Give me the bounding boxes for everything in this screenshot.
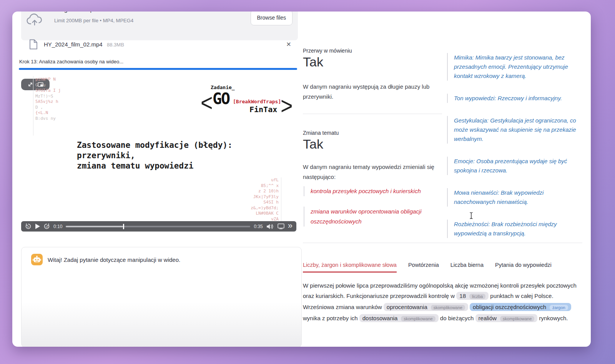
glitch-text-line: {<L.N <box>35 110 61 116</box>
video-glitch-text-left: pihW*P NG ^uSYUIfa I jMzT!)~S5A5vj%z hD … <box>35 77 61 121</box>
play-button[interactable] <box>35 223 40 229</box>
assistant-avatar-icon <box>31 254 43 265</box>
watermark-task-label: Zadanie_ <box>211 84 235 90</box>
progress-bar <box>19 68 297 70</box>
annotated-term: 18liczba <box>456 292 489 300</box>
behavior-note: Ton wypowiedzi: Rzeczowy i informacyjny. <box>447 94 584 103</box>
video-glitch-rule-left <box>33 76 33 136</box>
transcript-text: do bieżących <box>439 315 475 321</box>
video-seek-played <box>66 226 123 227</box>
forward-15-button[interactable]: 15 <box>43 223 50 230</box>
glitch-text-line: 85;^^ x <box>251 183 279 189</box>
annotated-term: realiówskomplikowane <box>475 314 538 322</box>
term-badge: liczba <box>469 294 485 299</box>
section-label-topic-change: Zmiana tematu <box>303 130 339 136</box>
section-divider <box>303 114 442 114</box>
glitch-text-line: pihW*P N <box>35 77 61 83</box>
section-value-pauses: Tak <box>303 55 323 69</box>
annotated-term: obligacji oszczędnościowychżargon <box>470 303 571 311</box>
analysis-tab[interactable]: Powtórzenia <box>408 262 439 273</box>
behavior-notes-list: Mimika: Mimika twarzy jest stonowana, be… <box>447 53 584 251</box>
analysis-tab[interactable]: Liczby, żargon i skomplikowane słowa <box>303 262 397 273</box>
term-word: 18 <box>459 293 466 299</box>
section-desc-topic-change: W danym nagraniu tematy wypowiedzi zmien… <box>303 162 444 182</box>
section-value-topic-change: Tak <box>303 137 323 152</box>
app-background: { "colors": { "accent_blue": "#2176e6", … <box>0 0 615 364</box>
transcript-paragraph: W pierwszej połowie lipca przeprowadzili… <box>303 280 582 324</box>
topic-change-list: kontrola przesyłek pocztowych i kuriersk… <box>304 186 434 237</box>
main-app-card: Drag and drop file here Limit 200MB per … <box>12 12 591 347</box>
volume-icon[interactable] <box>266 223 274 230</box>
term-word: realiów <box>479 315 497 321</box>
analysis-tab[interactable]: Liczba bierna <box>450 262 484 273</box>
cast-screen-icon[interactable] <box>278 223 284 229</box>
term-badge: skomplikowane <box>500 316 534 321</box>
glitch-text-line: D , <box>35 105 61 111</box>
video-caption-line: przerywniki, <box>77 151 233 161</box>
logo-left-angle: < <box>201 89 213 116</box>
more-controls-icon[interactable]: » <box>288 222 293 230</box>
behavior-note: Mowa nienawiści: Brak wypowiedzi nacecho… <box>447 188 584 207</box>
video-total-time: 0:35 <box>254 224 263 229</box>
fullscreen-icon[interactable] <box>28 82 33 87</box>
term-badge: skomplikowane <box>401 316 435 321</box>
video-glitch-rule-right <box>281 177 281 226</box>
glitch-text-line: B:dvs ny <box>35 116 61 122</box>
assistant-welcome-message: Witaj! Zadaj pytanie dotyczące manipulac… <box>48 256 180 263</box>
logo-fintax-text: FinTax <box>249 105 277 114</box>
video-controls-bar: 15 15 0:10 0:35 <box>21 221 296 232</box>
file-document-icon <box>29 39 38 51</box>
glitch-text-line: SYUIfa I j <box>35 88 61 94</box>
rewind-15-button[interactable]: 15 <box>25 223 32 230</box>
video-seek-handle[interactable] <box>123 224 124 229</box>
topic-quote: zmiana warunków oprocentowania obligacji… <box>304 207 434 227</box>
glitch-text-line: G ^u <box>35 83 61 88</box>
video-caption-line: zmiana tematu wypowiedzi <box>77 161 233 171</box>
uploaded-file-size: 88.3MB <box>107 42 124 48</box>
logo-right-angle: > <box>281 92 293 119</box>
glitch-text-line: z 2 10)h <box>251 189 279 194</box>
video-caption-line: Zastosowane modyfikacje (błędy): <box>77 140 233 151</box>
logo-breakwordtraps-text: [BreakWordTraps] <box>233 99 281 104</box>
transcript-text: rynkowych. <box>537 315 568 321</box>
topic-quote: kontrola przesyłek pocztowych i kuriersk… <box>304 186 434 196</box>
video-seek-bar[interactable] <box>66 226 250 227</box>
term-badge: żargon <box>550 305 568 310</box>
glitch-text-line: ufL <box>251 177 279 183</box>
progress-step-label: Krok 13: Analiza zachowania osoby na wid… <box>19 59 123 65</box>
section-label-pauses: Przerwy w mówieniu <box>303 48 352 54</box>
video-current-time: 0:10 <box>53 224 62 229</box>
glitch-text-line: JKx|7yF3ly <box>251 194 279 200</box>
behavior-note: Gestykulacja: Gestykulacja jest ogranicz… <box>447 116 584 144</box>
uploaded-file-name: HY_2024_film_02.mp4 <box>44 41 103 48</box>
glitch-text-line: S4SI h <box>251 200 279 205</box>
video-glitch-text-right: ufL85;^^ xz 2 10)hJKx|7yF3lyS4SI hz&,=)y… <box>251 177 279 222</box>
glitch-text-line: MzT!)~S <box>35 94 61 99</box>
video-caption: Zastosowane modyfikacje (błędy):przerywn… <box>77 140 233 171</box>
file-dropzone[interactable]: Drag and drop file here Limit 200MB per … <box>21 12 298 40</box>
cloud-upload-icon <box>27 12 43 28</box>
chat-container: Witaj! Zadaj pytanie dotyczące manipulac… <box>21 247 302 347</box>
term-word: dostosowania <box>362 315 398 321</box>
term-word: oprocentowania <box>387 304 427 310</box>
analysis-tab[interactable]: Pytania do wypowiedzi <box>495 262 552 273</box>
behavior-note: Rozbieżności: Brak rozbieżności między w… <box>447 220 584 238</box>
annotated-term: oprocentowaniaskomplikowane <box>384 303 468 311</box>
analysis-tab-bar: Liczby, żargon i skomplikowane słowaPowt… <box>303 262 552 273</box>
annotated-term: dostosowaniaskomplikowane <box>359 314 439 322</box>
section-desc-pauses: W danym nagraniu występują za długie pau… <box>303 82 435 102</box>
behavior-note: Mimika: Mimika twarzy jest stonowana, be… <box>447 53 584 81</box>
term-word: obligacji oszczędnościowych <box>473 304 546 310</box>
glitch-text-line: 5A5vj%z h <box>35 99 61 105</box>
svg-text:15: 15 <box>45 226 48 228</box>
text-cursor <box>469 212 474 221</box>
glitch-text-line: LN#0BAK C <box>251 211 279 217</box>
dropzone-limit-text: Limit 200MB per file • MP4, MPEG4 <box>54 18 133 23</box>
logo-go-text: GO <box>213 90 229 108</box>
remove-file-button[interactable]: ✕ <box>284 39 294 49</box>
glitch-text-line: z&,=)yBd7d; <box>251 205 279 211</box>
behavior-note: Emocje: Osoba prezentująca wydaje się by… <box>447 157 584 175</box>
browse-files-button[interactable]: Browse files <box>251 12 293 25</box>
tabs-top-divider <box>303 243 582 243</box>
transcript-text: wynika z potrzeby ich <box>303 315 359 321</box>
